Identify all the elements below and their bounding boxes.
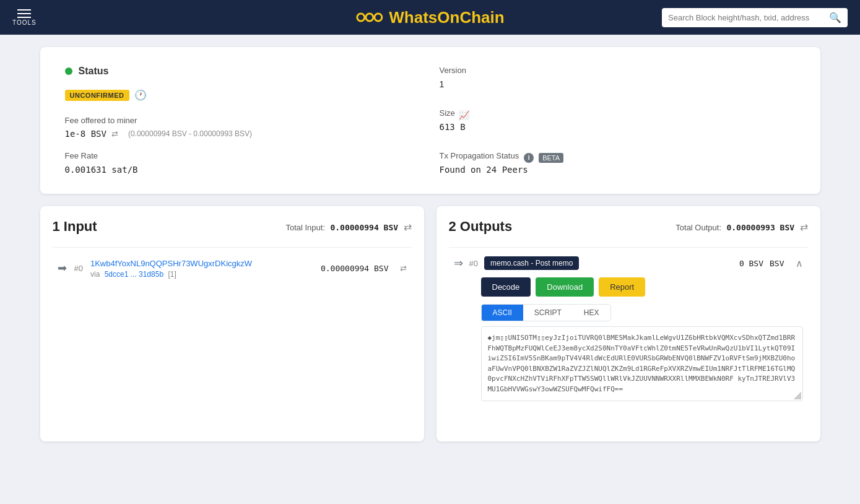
output-bsv-label: BSV (770, 259, 784, 268)
status-row: Status (65, 66, 421, 77)
svg-rect-0 (357, 14, 364, 21)
report-button[interactable]: Report (599, 277, 645, 297)
search-icon[interactable]: 🔍 (829, 12, 841, 24)
outputs-header: 2 Outputs Total Output: 0.00000993 BSV ⇄ (449, 219, 808, 235)
outputs-convert-icon: ⇄ (800, 222, 808, 232)
fee-rate-value: 0.001631 sat/B (65, 165, 138, 175)
version-field: Version 1 (440, 66, 796, 90)
propagation-label: Tx Propagation Status (440, 151, 519, 160)
output-item: ⇒ #0 memo.cash - Post memo 0 BSV BSV ∧ D… (449, 247, 808, 410)
convert-icon: ⇄ (111, 129, 118, 139)
fee-field: Fee offered to miner 1e-8 BSV ⇄ (0.00000… (65, 116, 421, 139)
output-arrow-icon: ⇒ (454, 256, 463, 270)
input-amount: 0.00000994 BSV (321, 264, 389, 273)
inputs-title: 1 Input (53, 219, 97, 235)
unconfirmed-badge: UNCONFIRMED (65, 90, 129, 101)
outputs-total: Total Output: 0.00000993 BSV ⇄ (675, 221, 807, 233)
script-text: ◆jm▯▯UNISOTM▯▯eyJzIjoiTUVRQ0lBME5MakJkam… (488, 334, 796, 393)
search-input[interactable] (668, 13, 824, 22)
tools-label: TOOLS (12, 19, 37, 26)
propagation-value: Found on 24 Peers (440, 165, 528, 175)
download-button[interactable]: Download (536, 277, 594, 297)
fee-label: Fee offered to miner (65, 116, 421, 125)
logo-chain: Chain (459, 8, 504, 27)
io-section: 1 Input Total Input: 0.00000994 BSV ⇄ ➡ … (40, 206, 820, 441)
outputs-card: 2 Outputs Total Output: 0.00000993 BSV ⇄… (437, 206, 820, 441)
outputs-total-label: Total Output: (675, 223, 721, 232)
fee-range: (0.00000994 BSV - 0.00000993 BSV) (128, 129, 252, 138)
info-icon: i (524, 153, 534, 163)
beta-badge: BETA (539, 153, 563, 163)
via-link[interactable]: 5dcce1 ... 31d85b (105, 270, 163, 279)
input-num: #0 (74, 264, 83, 273)
status-card: Status UNCONFIRMED 🕐 Fee offered to mine… (40, 47, 820, 194)
version-value: 1 (440, 79, 445, 89)
svg-rect-1 (365, 14, 373, 21)
tab-ascii[interactable]: ASCII (482, 305, 523, 321)
memo-badge: memo.cash - Post memo (484, 256, 579, 270)
size-value: 613 B (440, 122, 466, 132)
output-actions: Decode Download Report (481, 277, 803, 297)
version-label: Version (440, 66, 796, 75)
inputs-card: 1 Input Total Input: 0.00000994 BSV ⇄ ➡ … (40, 206, 424, 441)
header: TOOLS WhatsOnChain 🔍 (0, 0, 860, 35)
via-text: via (90, 270, 100, 279)
inputs-total: Total Input: 0.00000994 BSV ⇄ (285, 221, 411, 233)
fee-value: 1e-8 BSV (65, 129, 106, 139)
bsv-convert-icon: ⇄ (404, 222, 412, 232)
output-amount: 0 BSV (739, 259, 763, 268)
resize-handle[interactable] (794, 392, 801, 399)
output-num: #0 (469, 259, 478, 268)
hamburger-icon (17, 9, 31, 18)
logo-on: On (437, 8, 459, 27)
output-header-row: ⇒ #0 memo.cash - Post memo 0 BSV BSV ∧ (454, 256, 803, 270)
inputs-total-amount: 0.00000994 BSV (330, 223, 398, 232)
decode-button[interactable]: Decode (481, 277, 531, 297)
inputs-header: 1 Input Total Input: 0.00000994 BSV ⇄ (53, 219, 412, 235)
logo-whats: Whats (389, 8, 437, 27)
fee-rate-field: Fee Rate 0.001631 sat/B (65, 151, 421, 175)
input-address-link[interactable]: 1Kwb4fYoxNL9nQQPSHr73WUgxrDKicgkzW (90, 259, 252, 268)
status-left-col: Status UNCONFIRMED 🕐 Fee offered to mine… (65, 66, 421, 175)
logo-svg (355, 9, 383, 26)
site-logo: WhatsOnChain (355, 8, 504, 27)
tab-hex[interactable]: HEX (573, 305, 610, 321)
status-label: Status (79, 66, 109, 77)
input-arrow-icon: ➡ (58, 261, 67, 275)
clock-icon: 🕐 (134, 89, 147, 101)
propagation-field: Tx Propagation Status i BETA Found on 24… (440, 151, 796, 175)
svg-rect-2 (374, 14, 381, 21)
status-dot (65, 67, 72, 75)
fee-rate-label: Fee Rate (65, 151, 421, 160)
main-content: Status UNCONFIRMED 🕐 Fee offered to mine… (28, 35, 833, 454)
script-content: ◆jm▯▯UNISOTM▯▯eyJzIjoiTUVRQ0lBME5MakJkam… (481, 326, 803, 401)
script-tabs: ASCII SCRIPT HEX (481, 304, 611, 321)
input-details: 1Kwb4fYoxNL9nQQPSHr73WUgxrDKicgkzW via 5… (90, 258, 313, 279)
via-suffix: [1] (168, 270, 176, 279)
logo-text: WhatsOnChain (389, 8, 504, 27)
search-bar[interactable]: 🔍 (662, 8, 848, 27)
tools-menu[interactable]: TOOLS (12, 9, 37, 26)
input-convert-icon: ⇄ (400, 264, 407, 273)
tab-script[interactable]: SCRIPT (523, 305, 573, 321)
size-field: Size 📈 613 B (440, 108, 796, 133)
size-label: Size (440, 108, 455, 118)
status-right-col: Version 1 Size 📈 613 B Tx Propagation St… (440, 66, 796, 175)
collapse-button[interactable]: ∧ (796, 258, 803, 269)
outputs-title: 2 Outputs (449, 219, 513, 235)
input-item: ➡ #0 1Kwb4fYoxNL9nQQPSHr73WUgxrDKicgkzW … (53, 247, 412, 289)
outputs-total-amount: 0.00000993 BSV (726, 223, 794, 232)
trend-icon: 📈 (459, 110, 469, 120)
inputs-total-label: Total Input: (285, 223, 325, 232)
input-via: via 5dcce1 ... 31d85b [1] (90, 270, 313, 279)
